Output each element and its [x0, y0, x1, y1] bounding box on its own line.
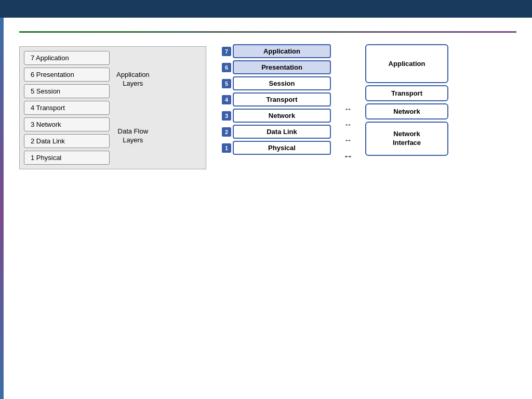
tcpip-network-interface: NetworkInterface — [365, 122, 448, 156]
tcpip-section: ApplicationTransportNetworkNetworkInterf… — [365, 41, 448, 158]
osi-layer-network: 3 Network — [24, 117, 110, 131]
ref-box-application: Application — [233, 44, 331, 58]
main-content: 7 Application6 Presentation5 Session4 Tr… — [4, 18, 532, 175]
osi-reference-model: 7Application6Presentation5Session4Transp… — [222, 41, 331, 157]
ref-num-5: 5 — [222, 79, 231, 88]
ref-layer-network: 3Network — [222, 109, 331, 123]
arrow-spacer-1 — [340, 56, 356, 69]
ref-layer-presentation: 6Presentation — [222, 60, 331, 74]
ref-box-transport: Transport — [233, 92, 331, 107]
ref-layer-application: 7Application — [222, 44, 331, 58]
ref-box-data link: Data Link — [233, 125, 331, 139]
osi-layer-physical: 1 Physical — [24, 151, 110, 165]
ref-layer-data link: 2Data Link — [222, 125, 331, 139]
osi-reference-layers: 7Application6Presentation5Session4Transp… — [222, 44, 331, 155]
arrow-transport: ↔ — [340, 102, 356, 116]
tcpip-transport: Transport — [365, 85, 448, 101]
tcpip-application: Application — [365, 44, 448, 83]
osi-layer-session: 5 Session — [24, 84, 110, 98]
osi-dataflow-group-label: Data Flow Layers — [116, 127, 150, 145]
osi-group-labels: Application Layers Data Flow Layers — [116, 51, 150, 165]
reference-section: 7Application6Presentation5Session4Transp… — [222, 41, 516, 169]
arrow-physical: ↔ — [340, 149, 356, 163]
osi-layer-data link: 2 Data Link — [24, 134, 110, 148]
content-area: 7 Application6 Presentation5 Session4 Tr… — [14, 41, 522, 169]
ref-box-network: Network — [233, 109, 331, 123]
arrow-network: ↔ — [340, 118, 356, 131]
page-title — [14, 23, 522, 31]
tcpip-network: Network — [365, 103, 448, 119]
ref-layer-session: 5Session — [222, 76, 331, 90]
osi-layer-transport: 4 Transport — [24, 101, 110, 115]
ref-num-4: 4 — [222, 95, 231, 104]
ref-num-1: 1 — [222, 143, 231, 153]
osi-application-group-label: Application Layers — [116, 71, 150, 88]
arrow-spacer-2 — [340, 71, 356, 85]
ref-num-2: 2 — [222, 127, 231, 137]
ref-num-6: 6 — [222, 63, 231, 72]
ref-box-presentation: Presentation — [233, 60, 331, 74]
osi-layer-application: 7 Application — [24, 51, 110, 65]
topbar — [0, 0, 532, 18]
osi-layers-list: 7 Application6 Presentation5 Session4 Tr… — [24, 51, 110, 165]
osi-diagram: 7 Application6 Presentation5 Session4 Tr… — [19, 46, 206, 169]
title-divider — [19, 31, 516, 33]
osi-model-section: 7 Application6 Presentation5 Session4 Tr… — [19, 41, 206, 169]
arrow-datalink: ↔ — [340, 134, 356, 147]
arrow-area: ↔ ↔ ↔ ↔ — [340, 56, 356, 163]
ref-box-session: Session — [233, 76, 331, 90]
tcpip-layers: ApplicationTransportNetworkNetworkInterf… — [365, 44, 448, 156]
ref-layer-physical: 1Physical — [222, 141, 331, 155]
ref-layer-transport: 4Transport — [222, 92, 331, 107]
left-accent-bar — [0, 18, 4, 399]
ref-num-7: 7 — [222, 47, 231, 56]
ref-box-physical: Physical — [233, 141, 331, 155]
osi-layer-presentation: 6 Presentation — [24, 68, 110, 82]
arrow-spacer-3 — [340, 87, 356, 100]
ref-num-3: 3 — [222, 111, 231, 121]
